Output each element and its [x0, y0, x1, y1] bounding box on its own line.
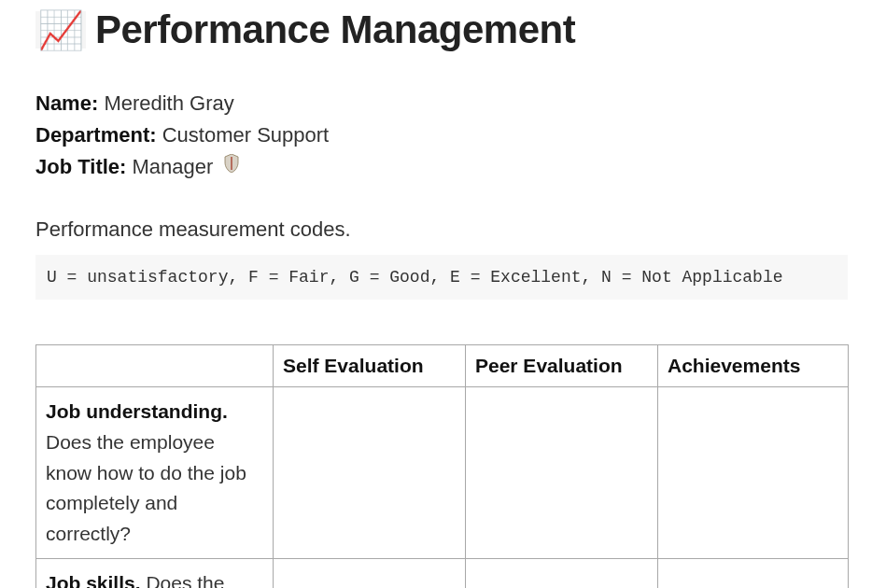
achievements-cell[interactable] [658, 387, 849, 559]
employee-name-label: Name: [35, 91, 98, 115]
criteria-cell: Job understanding. Does the employee kno… [36, 387, 274, 559]
codes-block: U = unsatisfactory, F = Fair, G = Good, … [35, 255, 848, 300]
page-title: 📈 Performance Management [35, 7, 851, 52]
table-header-self: Self Evaluation [274, 345, 466, 387]
peer-evaluation-cell[interactable] [466, 559, 658, 588]
employee-department-value: Customer Support [162, 123, 330, 147]
table-header-peer: Peer Evaluation [466, 345, 658, 387]
employee-jobtitle-row: Job Title: Manager [35, 151, 851, 184]
page-title-text: Performance Management [95, 7, 575, 52]
table-header-achievements: Achievements [658, 345, 849, 387]
evaluation-table: Self Evaluation Peer Evaluation Achievem… [35, 344, 849, 588]
employee-name-value: Meredith Gray [104, 91, 233, 115]
employee-department-row: Department: Customer Support [35, 119, 851, 151]
criteria-title: Job skills. [46, 572, 141, 588]
criteria-cell: Job skills. Does the employee process [36, 559, 274, 588]
employee-jobtitle-label: Job Title: [35, 155, 126, 178]
peer-evaluation-cell[interactable] [466, 387, 658, 559]
table-row: Job understanding. Does the employee kno… [36, 387, 849, 559]
employee-info: Name: Meredith Gray Department: Customer… [35, 88, 851, 184]
self-evaluation-cell[interactable] [274, 387, 466, 559]
employee-department-label: Department: [35, 123, 157, 147]
self-evaluation-cell[interactable] [274, 559, 466, 588]
table-row: Job skills. Does the employee process [36, 559, 849, 588]
achievements-cell[interactable] [658, 559, 849, 588]
employee-jobtitle-value: Manager [133, 155, 214, 178]
criteria-title: Job understanding. [46, 400, 228, 422]
shield-icon [224, 150, 239, 182]
codes-heading: Performance measurement codes. [35, 217, 851, 242]
table-header-row: Self Evaluation Peer Evaluation Achievem… [36, 345, 849, 387]
chart-increasing-icon: 📈 [35, 11, 86, 49]
criteria-desc: Does the employee know how to do the job… [46, 431, 246, 544]
employee-name-row: Name: Meredith Gray [35, 88, 851, 119]
table-header-criteria [36, 345, 274, 387]
